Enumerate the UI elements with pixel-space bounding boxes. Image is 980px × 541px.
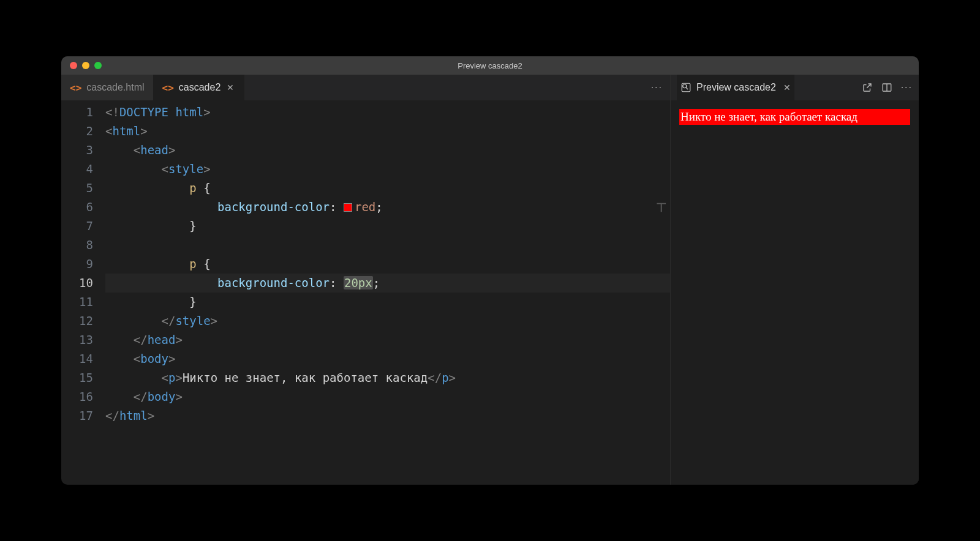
split-editor-icon[interactable] bbox=[881, 82, 892, 93]
svg-point-0 bbox=[683, 84, 687, 88]
editor-pane: <> cascade.html <> cascade2 ✕ ··· 1 2 3 bbox=[61, 75, 671, 485]
open-external-icon[interactable] bbox=[862, 82, 873, 93]
preview-viewport: Никто не знает, как работает каскад bbox=[671, 100, 919, 485]
code-icon: <> bbox=[70, 82, 81, 94]
preview-icon bbox=[680, 82, 692, 93]
preview-tabbar: Preview cascade2 ✕ ··· bbox=[671, 75, 919, 100]
editor-tab-actions: ··· bbox=[644, 75, 670, 100]
close-window-button[interactable] bbox=[70, 62, 77, 69]
tab-cascade2[interactable]: <> cascade2 ✕ bbox=[154, 75, 245, 100]
preview-paragraph: Никто не знает, как работает каскад bbox=[679, 109, 910, 125]
editor-tabbar: <> cascade.html <> cascade2 ✕ ··· bbox=[61, 75, 670, 100]
window-title: Preview cascade2 bbox=[61, 61, 919, 70]
titlebar: Preview cascade2 bbox=[61, 56, 919, 75]
line-gutter: 1 2 3 4 5 6 7 8 9 10 11 12 13 14 15 16 1 bbox=[61, 100, 105, 485]
tab-label: cascade2 bbox=[179, 82, 221, 93]
maximize-window-button[interactable] bbox=[94, 62, 102, 69]
close-preview-icon[interactable]: ✕ bbox=[783, 83, 791, 92]
preview-tab[interactable]: Preview cascade2 ✕ bbox=[677, 75, 794, 100]
color-swatch-icon bbox=[344, 203, 352, 212]
more-actions-icon[interactable]: ··· bbox=[901, 82, 913, 93]
minimize-window-button[interactable] bbox=[82, 62, 89, 69]
preview-pane: Preview cascade2 ✕ ··· Никто не знает, к… bbox=[671, 75, 919, 485]
main-split: <> cascade.html <> cascade2 ✕ ··· 1 2 3 bbox=[61, 75, 919, 485]
wrap-column-marker-icon: ⊤ bbox=[656, 198, 666, 217]
window-controls bbox=[61, 62, 102, 69]
more-actions-icon[interactable]: ··· bbox=[651, 82, 663, 93]
preview-tab-label: Preview cascade2 bbox=[696, 82, 776, 93]
tab-cascade-html[interactable]: <> cascade.html bbox=[61, 75, 154, 100]
code-editor[interactable]: 1 2 3 4 5 6 7 8 9 10 11 12 13 14 15 16 1 bbox=[61, 100, 670, 485]
code-icon: <> bbox=[162, 82, 174, 94]
app-window: Preview cascade2 <> cascade.html <> casc… bbox=[61, 56, 919, 485]
close-tab-icon[interactable]: ✕ bbox=[225, 83, 235, 92]
code-content[interactable]: <!DOCTYPE html> <html> <head> <style> p … bbox=[105, 100, 670, 485]
tab-label: cascade.html bbox=[86, 82, 144, 93]
